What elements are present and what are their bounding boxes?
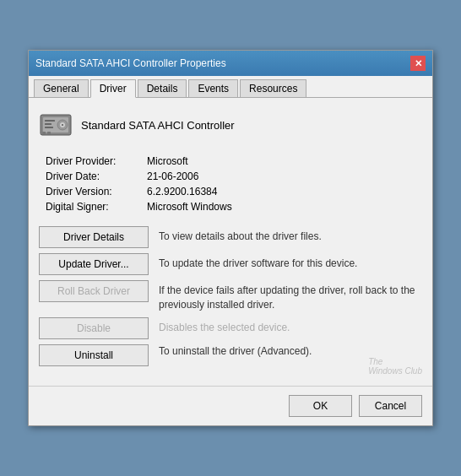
uninstall-desc: To uninstall the driver (Advanced).: [159, 342, 312, 357]
tab-driver[interactable]: Driver: [90, 79, 136, 98]
update-driver-desc: To update the driver software for this d…: [159, 253, 422, 271]
tab-events[interactable]: Events: [188, 79, 238, 97]
driver-details-desc: To view details about the driver files.: [159, 226, 422, 244]
signer-value: Microsoft Windows: [147, 201, 232, 213]
button-row-details: Driver Details To view details about the…: [39, 226, 422, 248]
date-label: Driver Date:: [46, 170, 147, 182]
svg-rect-8: [42, 132, 46, 134]
tab-resources[interactable]: Resources: [240, 79, 306, 97]
uninstall-button[interactable]: Uninstall: [39, 344, 149, 366]
watermark: The Windows Club: [159, 359, 422, 376]
window-title: Standard SATA AHCI Controller Properties: [35, 57, 226, 69]
button-row-disable: Disable Disables the selected device.: [39, 317, 422, 339]
provider-value: Microsoft: [147, 155, 188, 167]
watermark-text: The Windows Club: [368, 357, 422, 376]
cancel-button[interactable]: Cancel: [359, 395, 422, 417]
provider-label: Driver Provider:: [46, 155, 147, 167]
driver-info: Driver Provider: Microsoft Driver Date: …: [39, 155, 422, 213]
close-button[interactable]: ✕: [410, 56, 426, 71]
tab-details[interactable]: Details: [138, 79, 187, 97]
rollback-driver-desc: If the device fails after updating the d…: [159, 280, 422, 312]
button-row-update: Update Driver... To update the driver so…: [39, 253, 422, 275]
tab-general[interactable]: General: [34, 79, 89, 97]
device-header: Standard SATA AHCI Controller: [39, 108, 422, 142]
button-row-uninstall: Uninstall To uninstall the driver (Advan…: [39, 344, 422, 376]
tab-bar: General Driver Details Events Resources: [29, 76, 432, 98]
svg-rect-9: [47, 132, 51, 134]
disable-desc: Disables the selected device.: [159, 317, 422, 335]
svg-rect-5: [45, 120, 55, 122]
svg-rect-7: [45, 127, 53, 128]
info-row-provider: Driver Provider: Microsoft: [46, 155, 422, 167]
version-label: Driver Version:: [46, 186, 147, 197]
title-bar: Standard SATA AHCI Controller Properties…: [29, 51, 432, 76]
driver-details-button[interactable]: Driver Details: [39, 226, 149, 248]
disable-button[interactable]: Disable: [39, 317, 149, 339]
update-driver-button[interactable]: Update Driver...: [39, 253, 149, 275]
dialog-footer: OK Cancel: [29, 386, 432, 425]
svg-rect-6: [45, 123, 52, 125]
info-row-date: Driver Date: 21-06-2006: [46, 170, 422, 182]
device-icon: [39, 108, 73, 142]
info-row-signer: Digital Signer: Microsoft Windows: [46, 201, 422, 213]
device-name: Standard SATA AHCI Controller: [81, 119, 235, 132]
version-value: 6.2.9200.16384: [147, 186, 217, 197]
date-value: 21-06-2006: [147, 170, 198, 182]
ok-button[interactable]: OK: [289, 395, 352, 417]
properties-window: Standard SATA AHCI Controller Properties…: [28, 50, 433, 425]
action-buttons: Driver Details To view details about the…: [39, 226, 422, 375]
button-row-rollback: Roll Back Driver If the device fails aft…: [39, 280, 422, 312]
svg-point-4: [62, 124, 63, 126]
info-row-version: Driver Version: 6.2.9200.16384: [46, 186, 422, 197]
rollback-driver-button[interactable]: Roll Back Driver: [39, 280, 149, 302]
signer-label: Digital Signer:: [46, 201, 147, 213]
tab-content: Standard SATA AHCI Controller Driver Pro…: [29, 98, 432, 385]
